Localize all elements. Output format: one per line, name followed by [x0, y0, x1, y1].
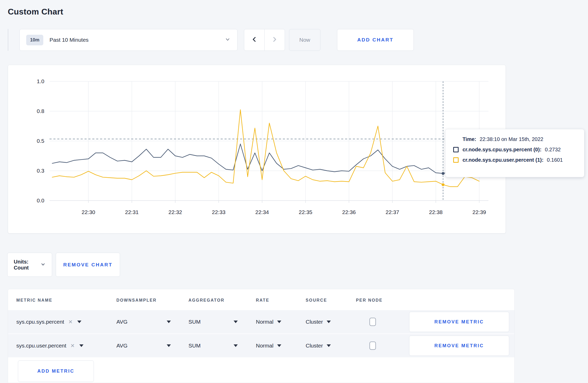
per-node-cell — [369, 310, 376, 334]
svg-text:22:38: 22:38 — [429, 209, 443, 215]
source-value: Cluster — [306, 343, 323, 349]
rate-value: Normal — [256, 343, 274, 349]
caret-down-icon — [327, 344, 331, 347]
table-row: sys.cpu.sys.percent ✕ AVG SUM Normal Clu… — [8, 310, 514, 334]
per-node-checkbox[interactable] — [369, 342, 376, 350]
tooltip-series-row: cr.node.sys.cpu.sys.percent (0): 0.2732 — [453, 147, 576, 153]
rate-select[interactable]: Normal — [256, 310, 281, 334]
svg-text:22:36: 22:36 — [342, 209, 356, 215]
caret-down-icon — [234, 344, 238, 347]
downsampler-value: AVG — [116, 343, 128, 349]
metric-name-value: sys.cpu.sys.percent — [16, 319, 64, 325]
svg-text:22:35: 22:35 — [299, 209, 312, 215]
svg-text:0.0: 0.0 — [37, 197, 44, 203]
remove-metric-button[interactable]: REMOVE METRIC — [409, 336, 509, 356]
rate-select[interactable]: Normal — [256, 334, 281, 357]
remove-metric-button[interactable]: REMOVE METRIC — [409, 312, 509, 332]
chart-tooltip: Time: 22:38:10 on Mar 15th, 2022 cr.node… — [445, 129, 584, 177]
tooltip-series-name: cr.node.sys.cpu.user.percent (1): — [463, 157, 543, 163]
time-window-label: Past 10 Minutes — [50, 37, 89, 43]
per-node-checkbox[interactable] — [369, 318, 376, 326]
per-node-cell — [369, 334, 376, 357]
custom-chart-page: { "page": { "title": "Custom Chart" }, "… — [0, 0, 588, 383]
tooltip-time-label: Time: — [463, 136, 476, 142]
aggregator-select[interactable]: SUM — [188, 310, 238, 334]
tooltip-series-value: 0.1601 — [547, 157, 563, 163]
column-header-source: SOURCE — [306, 298, 327, 303]
chevron-down-icon — [40, 262, 46, 268]
tooltip-series-value: 0.2732 — [545, 147, 561, 153]
source-select[interactable]: Cluster — [306, 334, 331, 357]
chevron-right-icon — [271, 36, 278, 44]
page-title: Custom Chart — [8, 7, 63, 17]
column-header-rate: RATE — [256, 298, 269, 303]
svg-text:0.5: 0.5 — [37, 138, 44, 144]
time-nav-group — [244, 29, 285, 51]
downsampler-select[interactable]: AVG — [116, 334, 171, 357]
svg-text:22:31: 22:31 — [125, 209, 139, 215]
tooltip-series-name: cr.node.sys.cpu.sys.percent (0): — [463, 147, 542, 153]
time-window-select[interactable]: 10m Past 10 Minutes — [19, 29, 237, 51]
svg-text:0.8: 0.8 — [37, 108, 44, 114]
svg-text:22:30: 22:30 — [82, 209, 95, 215]
caret-down-icon — [77, 321, 81, 323]
time-window-badge: 10m — [26, 35, 43, 45]
svg-text:22:34: 22:34 — [255, 209, 269, 215]
tooltip-time-value: 22:38:10 on Mar 15th, 2022 — [480, 136, 543, 142]
svg-text:22:33: 22:33 — [212, 209, 226, 215]
svg-text:22:37: 22:37 — [386, 209, 399, 215]
svg-text:1.0: 1.0 — [37, 78, 44, 84]
column-header-aggregator: AGGREGATOR — [188, 298, 225, 303]
metrics-table: METRIC NAME DOWNSAMPLER AGGREGATOR RATE … — [8, 289, 515, 383]
tooltip-time-row: Time: 22:38:10 on Mar 15th, 2022 — [453, 136, 576, 142]
next-time-button[interactable] — [264, 29, 285, 51]
clear-metric-icon[interactable]: ✕ — [71, 343, 75, 349]
chart-card: 0.00.30.50.81.022:3022:3122:3222:3322:34… — [8, 65, 506, 233]
svg-text:22:39: 22:39 — [472, 209, 486, 215]
prev-time-button[interactable] — [244, 29, 264, 51]
metrics-table-header: METRIC NAME DOWNSAMPLER AGGREGATOR RATE … — [8, 289, 514, 310]
downsampler-select[interactable]: AVG — [116, 310, 171, 334]
chevron-down-icon — [225, 37, 230, 43]
metric-name-select[interactable]: sys.cpu.user.percent ✕ — [16, 334, 83, 357]
caret-down-icon — [277, 344, 281, 347]
rate-value: Normal — [256, 319, 274, 325]
caret-down-icon — [277, 321, 281, 323]
source-value: Cluster — [306, 319, 323, 325]
tooltip-series-row: cr.node.sys.cpu.user.percent (1): 0.1601 — [453, 157, 576, 163]
aggregator-value: SUM — [188, 343, 201, 349]
add-chart-button[interactable]: ADD CHART — [337, 29, 414, 51]
aggregator-select[interactable]: SUM — [188, 334, 238, 357]
caret-down-icon — [327, 321, 331, 323]
metric-name-value: sys.cpu.user.percent — [16, 343, 66, 349]
aggregator-value: SUM — [188, 319, 201, 325]
svg-text:22:32: 22:32 — [169, 209, 182, 215]
units-select[interactable]: Units: Count — [7, 253, 52, 277]
caret-down-icon — [234, 321, 238, 323]
svg-text:0.3: 0.3 — [37, 168, 44, 174]
metric-name-select[interactable]: sys.cpu.sys.percent ✕ — [16, 310, 81, 334]
add-metric-button[interactable]: ADD METRIC — [18, 360, 94, 382]
clear-metric-icon[interactable]: ✕ — [68, 319, 73, 325]
caret-down-icon — [167, 344, 171, 347]
remove-chart-button[interactable]: REMOVE CHART — [56, 253, 120, 277]
downsampler-value: AVG — [116, 319, 128, 325]
now-button[interactable]: Now — [289, 29, 320, 51]
column-header-metric-name: METRIC NAME — [16, 298, 52, 303]
caret-down-icon — [167, 321, 171, 323]
toolbar-divider — [8, 29, 8, 51]
table-row: sys.cpu.user.percent ✕ AVG SUM Normal Cl… — [8, 334, 514, 357]
column-header-per-node: PER NODE — [356, 298, 383, 303]
caret-down-icon — [79, 344, 83, 347]
source-select[interactable]: Cluster — [306, 310, 331, 334]
chevron-left-icon — [251, 36, 258, 44]
timeseries-chart[interactable]: 0.00.30.50.81.022:3022:3122:3222:3322:34… — [8, 65, 506, 234]
sys-series-swatch-icon — [453, 147, 459, 152]
units-select-label: Units: Count — [14, 259, 40, 271]
column-header-downsampler: DOWNSAMPLER — [116, 298, 157, 303]
user-series-swatch-icon — [453, 157, 459, 163]
